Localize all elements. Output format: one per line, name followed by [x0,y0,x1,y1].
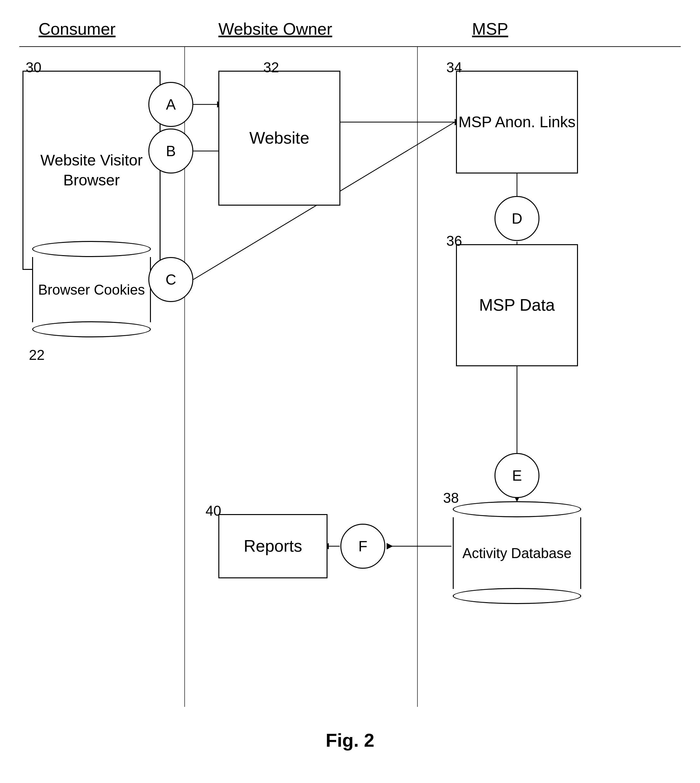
msp-data-box: MSP Data [456,244,578,366]
activity-db-cylinder: Activity Database [453,501,581,604]
activity-cylinder-top [453,501,581,517]
msp-data-number: 36 [446,233,462,249]
svg-marker-23 [387,543,393,549]
msp-anon-number: 34 [446,59,462,75]
website-owner-header: Website Owner [218,19,332,38]
consumer-header: Consumer [38,19,116,38]
reports-number: 40 [205,503,221,519]
circle-d: D [495,196,540,241]
cylinder-top [32,241,151,257]
activity-db-number: 38 [443,490,459,506]
browser-cookies-number: 22 [29,347,45,363]
browser-cookies-cylinder: Browser Cookies [32,241,151,337]
reports-box: Reports [218,514,328,578]
website-box-number: 32 [263,59,279,75]
cylinder-body: Browser Cookies [32,257,151,322]
msp-anon-box: MSP Anon. Links [456,71,578,174]
figure-label: Fig. 2 [326,730,374,751]
browser-box-number: 30 [26,59,42,75]
cylinder-bottom [32,321,151,337]
activity-cylinder-bottom [453,588,581,604]
circle-a: A [148,82,193,127]
activity-cylinder-body: Activity Database [453,517,581,589]
browser-box: Website Visitor Browser [22,71,160,270]
diagram-container: Consumer Website Owner MSP [0,0,700,783]
msp-header: MSP [472,19,508,38]
circle-b: B [148,129,193,174]
circle-e: E [495,453,540,498]
circle-c: C [148,257,193,302]
circle-f: F [340,524,385,569]
website-box: Website [218,71,340,205]
